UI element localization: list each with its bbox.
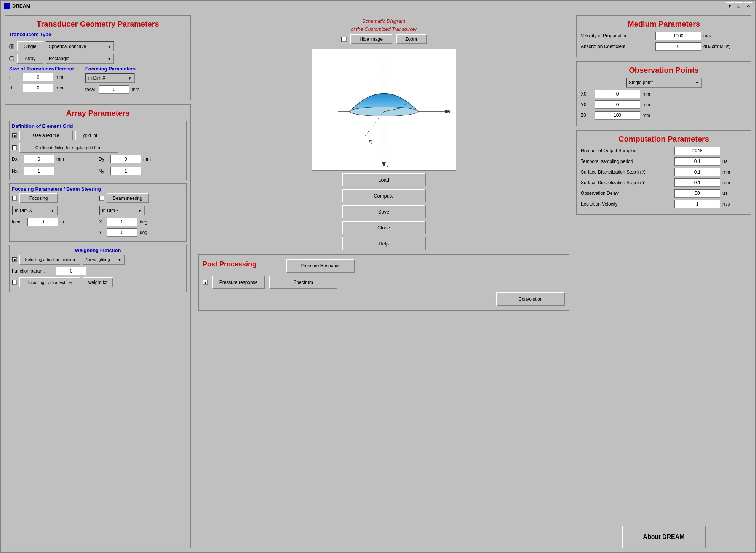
excitation-input[interactable] [674, 200, 720, 208]
spectrum-btn[interactable]: Spectrum [269, 276, 337, 289]
surface-y-unit: mm [722, 180, 730, 185]
pressure-response-btn[interactable]: Pressure Response [286, 259, 355, 273]
hide-image-checkbox[interactable] [341, 37, 347, 42]
hide-image-button[interactable]: Hide image [350, 34, 392, 44]
maximize-button[interactable]: □ [735, 2, 743, 10]
dx-row: Dx mm [12, 155, 97, 163]
num-samples-input[interactable] [674, 147, 720, 155]
absorption-input[interactable] [655, 42, 701, 51]
minimize-button[interactable]: ▼ [726, 2, 734, 10]
obs-type-dropdown[interactable]: Single point ▼ [626, 78, 702, 88]
dx-input[interactable] [24, 155, 54, 163]
grid-int-button[interactable]: grid Int [75, 131, 105, 140]
weight-txt-button[interactable]: weight.txt [83, 277, 113, 287]
main-window: DREAM ▼ □ ✕ Transducer Geometry Paramete… [0, 0, 756, 553]
x-angle-input[interactable] [107, 218, 137, 226]
absorption-label: Absorption Coefficient [581, 44, 653, 49]
focusing-beam-panel: Focusing Parameters / Beam Steering Focu… [9, 183, 187, 242]
y0-input[interactable] [595, 100, 640, 109]
surface-x-label: Surface Discretization Step in X [581, 169, 672, 175]
function-param-input[interactable] [56, 267, 86, 275]
zoom-button[interactable]: Zoom [396, 34, 427, 44]
temporal-label: Temporal sampling period [581, 159, 672, 164]
image-controls-row: Hide image Zoom [341, 34, 427, 44]
ny-input[interactable] [110, 167, 141, 175]
focusing-dim-dropdown[interactable]: in Dim X ▼ [85, 73, 135, 83]
array-type-dropdown[interactable]: Rectangle ▼ [46, 54, 114, 64]
in-dim-x2-row: in Dim x ▼ [99, 206, 184, 215]
R-label: R [9, 85, 21, 91]
online-checkbox[interactable] [12, 145, 17, 150]
diagram-box: x z [312, 49, 456, 171]
velocity-input[interactable] [655, 32, 701, 40]
led-file-row: ■ Use a led file grid Int [12, 131, 184, 140]
surface-x-input[interactable] [674, 168, 720, 176]
pressure-response-check-btn[interactable]: Pressure response [212, 276, 265, 289]
selecting-builtin-button[interactable]: Selecting a built-in function [19, 255, 80, 265]
use-led-file-button[interactable]: Use a led file [19, 131, 73, 140]
array-button[interactable]: Array [17, 54, 43, 64]
in-dim-x-dropdown[interactable]: in Dim X ▼ [12, 206, 58, 215]
velocity-unit: m/s [703, 33, 711, 38]
convolution-btn[interactable]: Convolution [496, 292, 565, 306]
dx-label: Dx [12, 156, 21, 162]
array-focal-input[interactable] [27, 218, 58, 226]
transducer-diagram: x z [315, 53, 452, 167]
obs-delay-unit: us [722, 191, 727, 196]
surface-x-unit: mm [722, 169, 730, 175]
in-dim-x2-dropdown[interactable]: in Dim x ▼ [99, 206, 145, 215]
y0-unit: mm [643, 102, 650, 107]
no-weighting-dropdown[interactable]: No weighting ▼ [83, 255, 125, 265]
r-input[interactable] [23, 73, 53, 81]
y-angle-input[interactable] [107, 228, 137, 237]
selecting-builtin-checkbox[interactable]: ■ [12, 257, 17, 262]
schematic-title-line2: of the Customized Transducer [351, 26, 417, 32]
nx-input[interactable] [24, 167, 54, 175]
r-label: r [9, 75, 21, 80]
focal-input[interactable] [99, 85, 129, 94]
x-angle-label: X [99, 219, 105, 225]
array-focal-unit: m [60, 219, 64, 225]
about-dream-button[interactable]: About DREAM [622, 526, 706, 548]
temporal-input[interactable] [674, 157, 720, 166]
single-button[interactable]: Single [17, 41, 43, 51]
x0-input[interactable] [595, 90, 640, 98]
compute-button[interactable]: Compute [342, 189, 426, 202]
array-radio[interactable] [9, 56, 14, 61]
surface-x-row: Surface Discretization Step in X mm [581, 168, 747, 176]
r-unit: mm [56, 75, 63, 80]
focusing-col: Focusing in Dim X ▼ focal [12, 193, 97, 239]
led-file-checkbox[interactable]: ■ [12, 133, 17, 138]
R-input[interactable] [23, 84, 53, 92]
beam-steering-col: Beam steering in Dim x ▼ X [99, 193, 184, 239]
inputting-text-checkbox[interactable] [12, 280, 17, 285]
focusing-checkbox[interactable] [12, 196, 17, 201]
close-button[interactable]: ✕ [744, 2, 752, 10]
excitation-unit: m/s [722, 201, 730, 207]
beam-steering-button[interactable]: Beam steering [107, 193, 149, 203]
x0-unit: mm [643, 91, 650, 97]
obs-delay-input[interactable] [674, 189, 720, 198]
inputting-text-button[interactable]: Inputting from a text file [19, 277, 80, 287]
transducer-section: Transducer Geometry Parameters Transduce… [5, 15, 191, 100]
help-button[interactable]: Help [342, 237, 426, 250]
single-type-dropdown[interactable]: Spherical concave ▼ [46, 41, 114, 51]
z0-input[interactable] [595, 111, 640, 120]
z0-label: Z0 [581, 113, 592, 118]
single-radio[interactable] [9, 44, 14, 49]
load-button[interactable]: Load [342, 173, 426, 186]
online-button[interactable]: On-line defining for regular grid form [19, 143, 118, 153]
beam-steering-checkbox[interactable] [99, 196, 104, 201]
save-button[interactable]: Save [342, 205, 426, 218]
excitation-row: Excitation Velocity m/s [581, 200, 747, 208]
online-row: On-line defining for regular grid form [12, 143, 184, 153]
element-grid-panel: Definition of Element Grid ■ Use a led f… [9, 121, 187, 180]
focusing-button[interactable]: Focusing [19, 193, 58, 203]
velocity-row: Velocity of Propagation m/s [581, 32, 747, 40]
inputting-text-row: Inputting from a text file weight.txt [12, 277, 184, 287]
center-panel: Schematic Diagram of the Customized Tran… [195, 15, 572, 548]
close-button[interactable]: Close [342, 221, 426, 234]
pressure-response-checkbox[interactable]: ■ [203, 280, 208, 285]
dy-input[interactable] [110, 155, 141, 163]
surface-y-input[interactable] [674, 178, 720, 187]
